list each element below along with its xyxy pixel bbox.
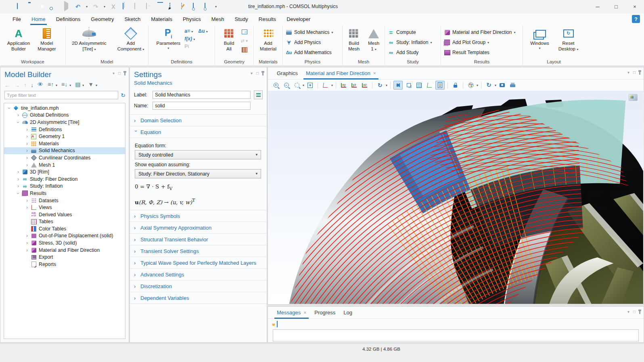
tree-item-geometry1[interactable]: ›AGeometry 1 [4,133,125,140]
panel-menu-icon[interactable]: ▾ [627,310,629,314]
go-to-view-icon[interactable] [321,81,330,90]
name-input[interactable] [153,102,251,110]
tree-item-out-of-plane-displacement[interactable]: ›Out-of-Plane Displacement (solid) [4,232,125,240]
tab-progress[interactable]: Progress [310,307,339,318]
tree-item-export[interactable]: ›Export [4,253,125,261]
select-box-icon[interactable] [168,3,176,10]
add-study-button[interactable]: ∞ Add Study [385,48,441,58]
tab-home[interactable]: Home [26,13,51,25]
tab-study[interactable]: Study [230,13,253,25]
expander-icon[interactable]: › [24,141,30,146]
environment-chevron-icon[interactable]: ▾ [477,84,478,87]
tree-item-definitions[interactable]: ›Definitions [4,126,125,133]
tree-item-root[interactable]: ›tire_inflation.mph [4,105,125,112]
update-scene-icon[interactable]: ↻ [484,81,493,90]
expander-icon[interactable]: › [15,190,21,196]
help-button[interactable]: ? [632,15,640,23]
section-axial-symmetry[interactable]: ›Axial Symmetry Approximation [130,222,267,234]
panel-float-icon[interactable]: □ [256,71,259,75]
undo-icon[interactable]: ↶ [74,3,82,10]
view-xy-icon[interactable]: xy [339,81,348,90]
tab-messages[interactable]: Messages× [273,307,310,318]
filter-icon[interactable]: ▼ ▾ [88,82,97,88]
tree-item-tables[interactable]: ›Tables [4,218,125,226]
clear-selection-icon[interactable] [180,3,187,10]
graphics-canvas[interactable] [268,91,643,304]
run-icon[interactable] [63,3,70,10]
tree-item-study-fiber-direction[interactable]: ›∞Study: Fiber Direction [4,176,125,183]
panel-menu-icon[interactable]: ▾ [113,71,115,75]
tab-mesh[interactable]: Mesh [206,13,230,25]
panel-pin-icon[interactable] [639,72,640,75]
grid-icon[interactable] [414,81,424,90]
tab-definitions[interactable]: Definitions [51,13,86,25]
tab-geometry[interactable]: Geometry [86,13,119,25]
coupling-button[interactable]: Δu ▾ [198,28,207,34]
tab-developer[interactable]: Developer [281,13,316,25]
color-legend-icon[interactable] [435,81,445,90]
find-icon[interactable] [192,3,199,10]
tree-item-reports[interactable]: ›Reports [4,261,125,268]
label-input[interactable] [153,91,251,99]
tab-graphics-window[interactable]: Graphics [273,68,302,79]
save-search-icon[interactable] [51,3,58,10]
tree-item-views[interactable]: ›Views [4,204,125,211]
tab-results[interactable]: Results [253,13,281,25]
redo-chevron-icon[interactable]: ▾ [104,5,105,8]
functions-button[interactable]: f(x) ▾ [184,36,195,42]
tree-item-study-inflation[interactable]: ›∞Study: Inflation [4,183,125,190]
maximize-button[interactable]: □ [607,0,625,13]
result-templates-button[interactable]: Result Templates [441,48,523,58]
build-all-button[interactable]: Build All [220,27,238,52]
add-physics-button[interactable]: Add Physics [283,38,342,48]
zoom-chevron-icon[interactable]: ▾ [303,84,304,87]
new-file-icon[interactable] [16,3,23,10]
move-up-icon[interactable]: ↑ [24,82,27,88]
tree-item-stress-3d[interactable]: ›Stress, 3D (solid) [4,239,125,247]
view-chevron-icon[interactable]: ▾ [331,84,333,87]
tree-item-color-tables[interactable]: ›Color Tables [4,225,125,232]
save-icon[interactable] [39,3,46,10]
view-xz-icon[interactable]: xz [360,81,369,90]
view-yz-icon[interactable]: yz [349,81,359,90]
close-tab-icon[interactable]: × [303,310,306,316]
scene-light-icon[interactable] [393,81,403,90]
print-icon[interactable] [508,81,517,90]
tree-item-3d-rim[interactable]: ›3D [Rim] [4,168,125,176]
expander-icon[interactable]: › [24,233,30,239]
tree-item-solid-mechanics[interactable]: ›Solid Mechanics [4,147,125,155]
study-inflation-button[interactable]: ∞ Study: Inflation▾ [385,38,441,48]
filter-input[interactable] [4,91,118,99]
equation-form-select[interactable]: Study controlled▼ [135,150,261,159]
panel-pin-icon[interactable] [124,73,125,75]
import-geometry-icon[interactable] [240,28,249,36]
section-equation[interactable]: › Equation [130,126,267,138]
show-icon[interactable]: 👁 [38,82,44,88]
zoom-out-icon[interactable]: − [282,81,291,90]
customize-toolbar-chevron-icon[interactable]: ▾ [215,5,217,8]
compute-button[interactable]: = Compute [385,27,441,38]
environment-icon[interactable] [466,81,475,90]
close-tab-icon[interactable]: × [373,71,376,76]
close-button[interactable]: × [625,0,644,13]
add-mathematics-button[interactable]: Δu Add Mathematics [283,48,342,58]
add-component-button[interactable]: Add Component ▾ [116,27,146,52]
panel-menu-icon[interactable]: ▾ [627,71,629,75]
section-physics-symbols[interactable]: ›Physics Symbols [130,210,267,222]
expander-icon[interactable]: › [15,176,21,182]
refresh-icon[interactable]: ↻ [121,92,125,98]
add-plot-group-button[interactable]: Add Plot Group▾ [441,38,523,48]
expander-icon[interactable]: › [24,155,30,161]
zoom-extents-icon[interactable] [305,81,315,90]
transparency-icon[interactable] [404,81,413,90]
redo-icon[interactable]: ↷ [92,3,99,10]
tab-file[interactable]: File [7,13,26,25]
physics-interface-button[interactable]: Solid Mechanics▾ [283,27,342,38]
rotate-chevron-icon[interactable]: ▾ [386,84,387,87]
tab-material-fiber-direction[interactable]: Material and Fiber Direction× [302,68,380,79]
panel-pin-icon[interactable] [639,311,640,314]
expander-icon[interactable]: › [15,119,21,125]
expander-icon[interactable]: › [6,105,12,111]
tab-log[interactable]: Log [339,307,356,318]
tree-item-curvilinear-coordinates[interactable]: ›Curvilinear Coordinates [4,154,125,161]
